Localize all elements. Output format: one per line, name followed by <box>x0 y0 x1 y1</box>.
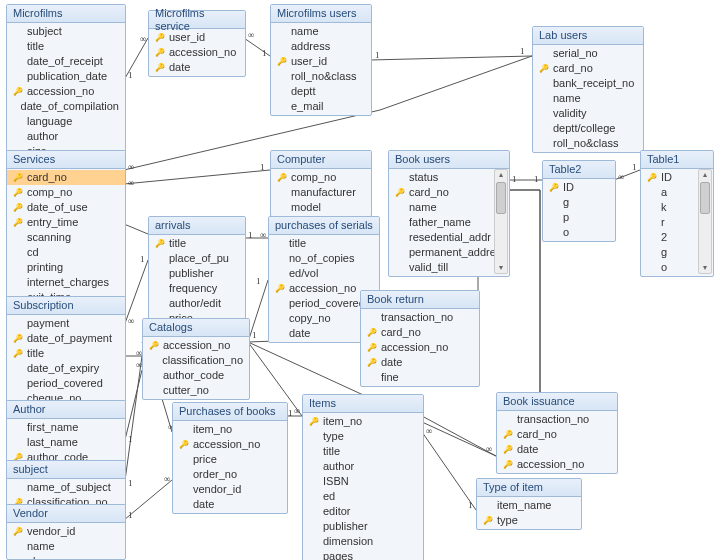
field-row[interactable]: name <box>7 539 125 554</box>
field-row[interactable]: date_of_payment <box>7 331 125 346</box>
table-lab_users[interactable]: Lab usersserial_nocard_nobank_receipt_no… <box>532 26 644 153</box>
scroll-down-arrow[interactable]: ▾ <box>495 263 507 273</box>
scroll-down-arrow[interactable]: ▾ <box>699 263 711 273</box>
field-row[interactable]: roll_no&class <box>533 136 643 151</box>
table-header[interactable]: Purchases of books <box>173 403 287 421</box>
table-header[interactable]: Book issuance <box>497 393 617 411</box>
field-row[interactable]: vendor_id <box>7 524 125 539</box>
field-row[interactable]: deptt/college <box>533 121 643 136</box>
field-row[interactable]: type <box>303 429 423 444</box>
field-row[interactable]: author <box>7 129 125 144</box>
table-header[interactable]: Microfilms users <box>271 5 371 23</box>
field-row[interactable]: payment <box>7 316 125 331</box>
table-book_issuance[interactable]: Book issuancetransaction_nocard_nodateac… <box>496 392 618 474</box>
field-row[interactable]: transaction_no <box>497 412 617 427</box>
table-microfilms_service[interactable]: Microfilms serviceuser_idaccession_nodat… <box>148 10 246 77</box>
table-header[interactable]: subject <box>7 461 125 479</box>
table-header[interactable]: Lab users <box>533 27 643 45</box>
table-header[interactable]: Microfilms service <box>149 11 245 29</box>
field-row[interactable]: type <box>477 513 581 528</box>
table-header[interactable]: Table1 <box>641 151 713 169</box>
field-row[interactable]: date <box>173 497 287 512</box>
field-row[interactable]: accession_no <box>149 45 245 60</box>
table-header[interactable]: Subscription <box>7 297 125 315</box>
field-row[interactable]: scanning <box>7 230 125 245</box>
field-row[interactable]: internet_charges <box>7 275 125 290</box>
field-row[interactable]: place <box>7 554 125 560</box>
field-row[interactable]: card_no <box>533 61 643 76</box>
field-row[interactable]: accession_no <box>173 437 287 452</box>
field-row[interactable]: name <box>271 24 371 39</box>
field-row[interactable]: date <box>361 355 479 370</box>
field-row[interactable]: name <box>533 91 643 106</box>
table-arrivals[interactable]: arrivalstitleplace_of_pupublisherfrequen… <box>148 216 246 328</box>
field-row[interactable]: accession_no <box>143 338 249 353</box>
field-row[interactable]: e_mail <box>271 99 371 114</box>
field-row[interactable]: date_of_compilation <box>7 99 125 114</box>
table-vendor[interactable]: Vendorvendor_idnameplacephone_noe-mail <box>6 504 126 560</box>
scroll-thumb[interactable] <box>496 182 506 214</box>
field-row[interactable]: date <box>149 60 245 75</box>
field-row[interactable]: printing <box>7 260 125 275</box>
scrollbar[interactable]: ▴▾ <box>698 169 712 274</box>
field-row[interactable]: o <box>543 225 615 240</box>
field-row[interactable]: card_no <box>389 185 509 200</box>
table-items[interactable]: Itemsitem_notypetitleauthorISBNededitorp… <box>302 394 424 560</box>
field-row[interactable]: frequency <box>149 281 245 296</box>
field-row[interactable]: serial_no <box>533 46 643 61</box>
scrollbar[interactable]: ▴▾ <box>494 169 508 274</box>
table-subscription[interactable]: Subscriptionpaymentdate_of_paymenttitled… <box>6 296 126 408</box>
field-row[interactable]: comp_no <box>271 170 371 185</box>
field-row[interactable]: item_name <box>477 498 581 513</box>
scroll-thumb[interactable] <box>700 182 710 214</box>
field-row[interactable]: date_of_use <box>7 200 125 215</box>
scroll-up-arrow[interactable]: ▴ <box>495 170 507 180</box>
field-row[interactable]: date_of_expiry <box>7 361 125 376</box>
table-author[interactable]: Authorfirst_namelast_nameauthor_code <box>6 400 126 467</box>
field-row[interactable]: language <box>7 114 125 129</box>
field-row[interactable]: cutter_no <box>143 383 249 398</box>
field-row[interactable]: title <box>149 236 245 251</box>
field-row[interactable]: subject <box>7 24 125 39</box>
table-computer[interactable]: Computercomp_nomanufacturermodel <box>270 150 372 217</box>
table-header[interactable]: Type of item <box>477 479 581 497</box>
field-row[interactable]: editor <box>303 504 423 519</box>
field-row[interactable]: date <box>497 442 617 457</box>
table-header[interactable]: Catalogs <box>143 319 249 337</box>
field-row[interactable]: deptt <box>271 84 371 99</box>
field-row[interactable]: valid_till <box>389 260 509 275</box>
field-row[interactable]: entry_time <box>7 215 125 230</box>
field-row[interactable]: accession_no <box>497 457 617 472</box>
table-microfilms_users[interactable]: Microfilms usersnameaddressuser_idroll_n… <box>270 4 372 116</box>
field-row[interactable]: permanent_addre <box>389 245 509 260</box>
field-row[interactable]: g <box>543 195 615 210</box>
field-row[interactable]: status <box>389 170 509 185</box>
table-header[interactable]: Computer <box>271 151 371 169</box>
table-purchases_of_books[interactable]: Purchases of booksitem_noaccession_nopri… <box>172 402 288 514</box>
table-header[interactable]: Book return <box>361 291 479 309</box>
field-row[interactable]: card_no <box>497 427 617 442</box>
table-header[interactable]: Book users <box>389 151 509 169</box>
field-row[interactable]: ed <box>303 489 423 504</box>
field-row[interactable]: father_name <box>389 215 509 230</box>
field-row[interactable]: no_of_copies <box>269 251 379 266</box>
table-header[interactable]: Items <box>303 395 423 413</box>
field-row[interactable]: ed/vol <box>269 266 379 281</box>
field-row[interactable]: order_no <box>173 467 287 482</box>
field-row[interactable]: name <box>389 200 509 215</box>
field-row[interactable]: first_name <box>7 420 125 435</box>
table-book_users[interactable]: Book usersstatuscard_nonamefather_namere… <box>388 150 510 277</box>
field-row[interactable]: publisher <box>149 266 245 281</box>
field-row[interactable]: card_no <box>361 325 479 340</box>
table-type_of_item[interactable]: Type of itemitem_nametype <box>476 478 582 530</box>
field-row[interactable]: bank_receipt_no <box>533 76 643 91</box>
field-row[interactable]: p <box>543 210 615 225</box>
field-row[interactable]: card_no <box>7 170 125 185</box>
field-row[interactable]: fine <box>361 370 479 385</box>
field-row[interactable]: date_of_receipt <box>7 54 125 69</box>
field-row[interactable]: user_id <box>271 54 371 69</box>
table-header[interactable]: Microfilms <box>7 5 125 23</box>
table-header[interactable]: Services <box>7 151 125 169</box>
table-table1[interactable]: Table1IDakr2go▴▾ <box>640 150 714 277</box>
field-row[interactable]: last_name <box>7 435 125 450</box>
